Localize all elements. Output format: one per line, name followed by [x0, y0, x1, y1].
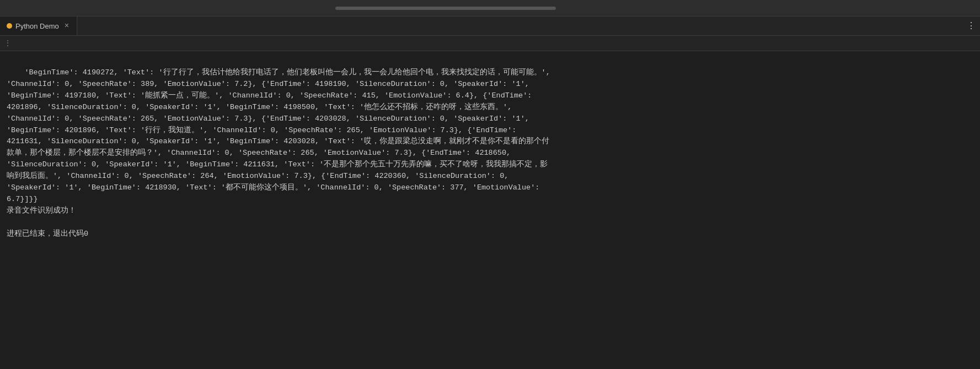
tab-dot-icon: [7, 23, 12, 29]
terminal-content: 'BeginTime': 4190272, 'Text': '行了行了，我估计他…: [7, 56, 973, 252]
toolbar-dots-icon: ⋮: [4, 39, 12, 47]
tab-bar-spacer: [77, 17, 962, 35]
tab-more-actions-button[interactable]: ⋮: [962, 17, 980, 35]
terminal-output-text: 'BeginTime': 4190272, 'Text': '行了行了，我估计他…: [7, 68, 550, 238]
top-scrollbar-thumb[interactable]: [335, 7, 556, 10]
terminal-toolbar: ⋮: [0, 36, 980, 51]
tab-close-button[interactable]: ×: [65, 21, 69, 30]
terminal-body[interactable]: 'BeginTime': 4190272, 'Text': '行了行了，我估计他…: [0, 51, 980, 369]
tab-label: Python Demo: [15, 22, 59, 30]
top-scrollbar[interactable]: [4, 6, 976, 11]
python-demo-tab[interactable]: Python Demo ×: [0, 17, 77, 35]
top-bar: [0, 0, 980, 17]
tab-bar: Python Demo × ⋮: [0, 17, 980, 36]
